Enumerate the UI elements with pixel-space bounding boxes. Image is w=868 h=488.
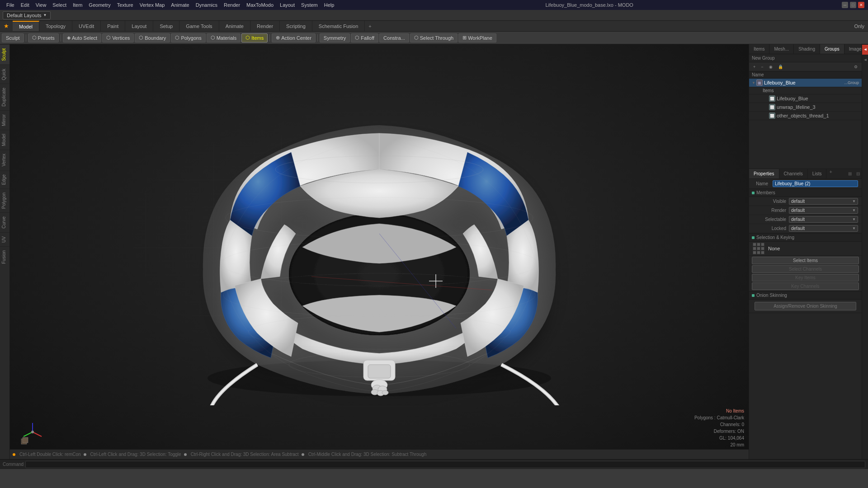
items-remove-btn[interactable]: − bbox=[759, 64, 765, 70]
tree-item-thread[interactable]: ⬜ other_objects_thread_1 bbox=[749, 112, 862, 120]
left-tab-sculpt[interactable]: Sculpt bbox=[0, 44, 9, 65]
selection-keying-header[interactable]: Selection & Keying bbox=[749, 234, 862, 242]
prop-tab-add[interactable]: + bbox=[826, 169, 835, 178]
tab-paint[interactable]: Paint bbox=[101, 21, 125, 31]
right-tab-mesh[interactable]: Mesh... bbox=[769, 44, 794, 54]
select-items-button[interactable]: Select Items bbox=[752, 257, 859, 264]
presets-button[interactable]: ⬡ Presets bbox=[28, 33, 59, 42]
properties-panel: Properties Channels Lists + ⊞ ⊟ Name Mem… bbox=[749, 169, 862, 459]
menu-layout[interactable]: Layout bbox=[277, 1, 297, 9]
menu-system[interactable]: System bbox=[298, 1, 321, 9]
menu-select[interactable]: Select bbox=[50, 1, 69, 9]
materials-button[interactable]: ⬡ Materials bbox=[207, 33, 241, 42]
menu-item[interactable]: Item bbox=[70, 1, 85, 9]
left-tab-uv[interactable]: UV bbox=[0, 232, 9, 246]
menu-geometry[interactable]: Geometry bbox=[86, 1, 113, 9]
vertices-button[interactable]: ⬡ Vertices bbox=[102, 33, 134, 42]
left-tab-fusion[interactable]: Fusion bbox=[0, 246, 9, 267]
locked-select[interactable]: default bbox=[789, 225, 858, 232]
render-select[interactable]: default bbox=[789, 207, 858, 214]
tab-layout[interactable]: Layout bbox=[125, 21, 153, 31]
auto-select-button[interactable]: ◈ Auto Select bbox=[63, 33, 101, 42]
tab-animate[interactable]: Animate bbox=[219, 21, 250, 31]
members-section-header[interactable]: Members bbox=[749, 189, 862, 197]
selectable-select[interactable]: default bbox=[789, 216, 858, 223]
tab-only-button[interactable]: Only bbox=[850, 21, 868, 31]
workplane-button[interactable]: ⊞ WorkPlane bbox=[458, 33, 496, 42]
left-tab-edge[interactable]: Edge bbox=[0, 170, 9, 188]
left-tab-duplicate[interactable]: Duplicate bbox=[0, 84, 9, 110]
left-tab-model[interactable]: Model bbox=[0, 130, 9, 150]
tree-item-lifebuoy-group[interactable]: ▼ ▦ Lifebuoy_Blue ...Group bbox=[749, 79, 862, 87]
close-button[interactable]: ✕ bbox=[858, 2, 864, 8]
left-tab-polygon[interactable]: Polygon bbox=[0, 188, 9, 212]
render-select-value: default bbox=[791, 208, 805, 213]
new-group-button[interactable]: New Group bbox=[752, 56, 859, 61]
tab-schematic-fusion[interactable]: Schematic Fusion bbox=[312, 21, 365, 31]
items-add-btn[interactable]: + bbox=[751, 64, 758, 70]
key-items-button[interactable]: Key Items bbox=[752, 274, 859, 282]
minimize-button[interactable]: ─ bbox=[842, 2, 848, 8]
tab-game-tools[interactable]: Game Tools bbox=[179, 21, 219, 31]
tab-scripting[interactable]: Scripting bbox=[280, 21, 312, 31]
menu-texture[interactable]: Texture bbox=[114, 1, 136, 9]
tab-uvedit[interactable]: UVEdit bbox=[72, 21, 101, 31]
menu-animate[interactable]: Animate bbox=[168, 1, 192, 9]
onion-skinning-header[interactable]: Onion Skinning bbox=[749, 291, 862, 300]
visible-select[interactable]: default bbox=[789, 198, 858, 205]
boundary-button[interactable]: ⬡ Boundary bbox=[135, 33, 170, 42]
right-tab-items[interactable]: Items bbox=[749, 44, 769, 54]
left-tab-curve[interactable]: Curve bbox=[0, 212, 9, 232]
menu-vertex-map[interactable]: Vertex Map bbox=[137, 1, 168, 9]
right-tab-shading[interactable]: Shading bbox=[794, 44, 820, 54]
left-tab-mirror[interactable]: Mirror bbox=[0, 110, 9, 130]
left-tab-quick[interactable]: Quick bbox=[0, 65, 9, 84]
assign-remove-onion-button[interactable]: Assign/Remove Onion Skinning bbox=[755, 302, 856, 310]
tab-setup[interactable]: Setup bbox=[153, 21, 179, 31]
tree-expand-arrow[interactable]: ▼ bbox=[752, 81, 756, 85]
items-settings-btn[interactable]: ⚙ bbox=[852, 64, 860, 70]
edge-tab-active[interactable]: ► bbox=[862, 44, 868, 55]
menu-edit[interactable]: Edit bbox=[18, 1, 32, 9]
toolbar-sep-2 bbox=[61, 34, 61, 42]
tree-item-lifebuoy-mesh[interactable]: ⬜ Lifebuoy_Blue bbox=[749, 94, 862, 103]
status-ctrl-right-drag: Ctrl-Right Click and Drag: 3D Selection:… bbox=[191, 452, 299, 457]
menu-view[interactable]: View bbox=[33, 1, 49, 9]
constraints-button[interactable]: Constra... bbox=[379, 33, 409, 42]
viewport[interactable]: Perspective Advanced Ray GL: Off ⊞ ↺ 🔍 ⚙… bbox=[10, 44, 749, 459]
tab-render[interactable]: Render bbox=[250, 21, 280, 31]
menu-help[interactable]: Help bbox=[321, 1, 337, 9]
prop-name-input[interactable] bbox=[773, 180, 858, 187]
tab-model[interactable]: Model bbox=[13, 21, 39, 31]
symmetry-button[interactable]: Symmetry bbox=[320, 33, 350, 42]
layout-dropdown[interactable]: Default Layouts bbox=[3, 11, 51, 19]
prop-popout-icon[interactable]: ⊟ bbox=[854, 171, 862, 176]
sculpt-button[interactable]: Sculpt bbox=[2, 33, 24, 42]
falloff-button[interactable]: ⬡ Falloff bbox=[351, 33, 378, 42]
polygons-button[interactable]: ⬡ Polygons bbox=[171, 33, 205, 42]
maximize-button[interactable]: □ bbox=[850, 2, 856, 8]
menu-render[interactable]: Render bbox=[221, 1, 243, 9]
tab-topology[interactable]: Topology bbox=[39, 21, 72, 31]
prop-expand-icon[interactable]: ⊞ bbox=[846, 171, 854, 176]
items-lock-btn[interactable]: 🔒 bbox=[776, 64, 785, 70]
key-channels-button[interactable]: Key Channels bbox=[752, 282, 859, 290]
left-tab-vertex[interactable]: Vertex bbox=[0, 150, 9, 170]
tab-star-icon[interactable]: ★ bbox=[0, 21, 13, 31]
tab-add-button[interactable]: + bbox=[365, 21, 375, 31]
select-channels-button[interactable]: Select Channels bbox=[752, 265, 859, 273]
command-input[interactable] bbox=[25, 461, 865, 468]
prop-tab-channels[interactable]: Channels bbox=[779, 169, 808, 178]
edge-tab-2[interactable]: ► bbox=[862, 55, 868, 65]
menu-maxtomode[interactable]: MaxToModo bbox=[244, 1, 276, 9]
right-tab-groups[interactable]: Groups bbox=[820, 44, 844, 54]
items-button[interactable]: ⬡ Items bbox=[241, 33, 268, 42]
items-eye-btn[interactable]: ◉ bbox=[767, 64, 775, 70]
prop-tab-properties[interactable]: Properties bbox=[749, 169, 779, 178]
menu-dynamics[interactable]: Dynamics bbox=[193, 1, 220, 9]
select-through-button[interactable]: ⬡ Select Through bbox=[410, 33, 458, 42]
menu-file[interactable]: File bbox=[4, 1, 17, 9]
tree-item-unwrap[interactable]: ⬜ unwrap_lifeline_3 bbox=[749, 103, 862, 112]
action-center-button[interactable]: ⊕ Action Center bbox=[272, 33, 316, 42]
prop-tab-lists[interactable]: Lists bbox=[808, 169, 827, 178]
